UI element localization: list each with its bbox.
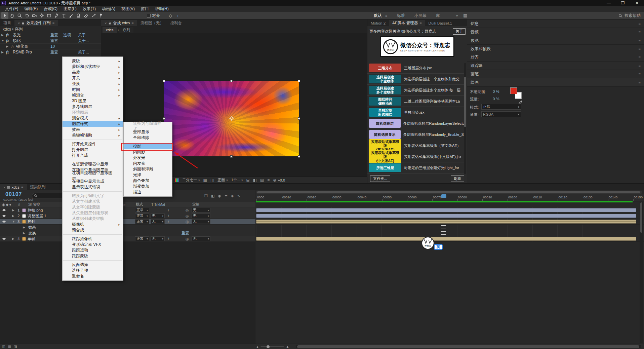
layer-menu-item-图层样式[interactable]: 图层样式▸ [63, 121, 123, 127]
panel-header-信息[interactable]: 信息≡ [467, 20, 644, 28]
eye-cell[interactable] [0, 237, 7, 241]
effect-link-重置[interactable]: 重置 [50, 38, 58, 43]
time-ruler[interactable]: 0000000100002000030000400005000060000700… [256, 194, 644, 201]
opacity-value[interactable]: 0 % [493, 89, 499, 93]
transparency-grid-icon[interactable]: ◫ [210, 178, 214, 183]
panel-menu-icon[interactable]: ≡ [419, 21, 421, 25]
tab-Motion 2[interactable]: Motion 2 [367, 20, 389, 26]
layer-duration-bar[interactable] [256, 214, 636, 218]
eye-icon[interactable] [2, 237, 6, 240]
mask-feather-icon[interactable]: ◇ [167, 12, 174, 19]
parent-select[interactable]: 无▾ [192, 214, 210, 218]
tab-timeline-xdcs[interactable]: × xdcs ≡ [0, 184, 27, 190]
layer-styles-item-内阴影[interactable]: 内阴影 [124, 149, 172, 155]
panel-menu-icon[interactable]: ≡ [131, 21, 133, 25]
panel-menu-icon[interactable]: ≡ [639, 38, 641, 42]
pan-behind-anchor-tool[interactable] [38, 12, 45, 19]
rotate-tool[interactable] [24, 12, 31, 19]
script-button-所选三维层[interactable]: 所选三维层 [369, 163, 401, 172]
workspace-默认[interactable]: 默认 [374, 13, 382, 18]
layer-menu-item-重命名[interactable]: 重命名 [63, 273, 123, 279]
effect-link-关于...[interactable]: 关于... [78, 50, 89, 55]
layer-row-调整图层 1[interactable]: ▶2调整图层 1\ fx正常▾无▾/◎无▾ [0, 213, 255, 219]
layer-menu-item-打开效果控件[interactable]: 打开效果控件 [63, 141, 123, 147]
panel-header-paint[interactable]: 绘画≡ [467, 78, 644, 86]
lock-icon[interactable] [22, 22, 25, 25]
blend-mode-select[interactable]: 正常▾ [135, 219, 149, 224]
menubar-item-合成(C)[interactable]: 合成(C) [41, 6, 61, 12]
parent-pickwhip-icon[interactable]: ◎ [186, 214, 192, 218]
layer-property-group-效果[interactable]: ▶效果 [0, 225, 255, 230]
timeline-horizontal-scrollbar[interactable] [296, 345, 641, 348]
eye-cell[interactable] [0, 208, 7, 212]
script-button-单独渲染[interactable]: 单独渲染 所选图层 [369, 108, 401, 117]
twirl-closed-icon[interactable]: ▶ [12, 237, 17, 240]
frame-blend-icon[interactable]: ≣ [225, 194, 228, 198]
flow-value[interactable]: 0 % [493, 97, 499, 101]
selection-handle[interactable] [163, 117, 165, 120]
tab-composition[interactable]: × 合成 xdcs ≡ [101, 20, 137, 26]
eye-cell[interactable] [0, 214, 7, 218]
trkmat-select[interactable]: 无▾ [151, 214, 165, 218]
toggle-switches-icon[interactable]: ◨ [14, 345, 17, 348]
parent-select[interactable]: 无▾ [192, 236, 210, 241]
zoom-tool[interactable] [16, 12, 23, 19]
blend-mode-select[interactable]: 正常▾ [135, 236, 149, 241]
paint-mode-select[interactable]: 正常▾ [481, 104, 521, 110]
layer-lane-调整图层 1[interactable] [256, 213, 644, 219]
eraser-tool[interactable] [83, 12, 90, 19]
layer-menu-item-参考线图层[interactable]: 参考线图层 [63, 104, 123, 110]
clone-stamp-tool[interactable] [75, 12, 82, 19]
eye-cell[interactable] [0, 220, 7, 224]
tab-flowchart[interactable]: 流程图（无） [137, 20, 167, 26]
menubar-item-动画(A)[interactable]: 动画(A) [99, 6, 118, 12]
twirl-open-icon[interactable]: ▼ [1, 39, 6, 42]
panel-menu-icon[interactable]: ≡ [639, 30, 641, 34]
workspace-小屏幕[interactable]: 小屏幕 [414, 13, 426, 18]
trkmat-select[interactable]: 无▾ [151, 236, 165, 241]
layer-styles-item-外发光[interactable]: 外发光 [124, 155, 172, 161]
twirl-closed-icon[interactable]: ▶ [23, 231, 28, 235]
breadcrumb-comp-xdcs[interactable]: xdcs [103, 27, 117, 33]
script-button-选择层创建[interactable]: 选择层创建 多个空物体 [369, 86, 401, 94]
blend-mode-select[interactable]: 正常▾ [135, 208, 149, 212]
tab-effect-controls[interactable]: × 效果控件 序列 ≡ [14, 20, 58, 26]
eye-icon[interactable] [2, 220, 6, 223]
mini-flowchart-icon[interactable]: ❐ [204, 194, 208, 198]
effect-row-锐化[interactable]: ▼fx锐化重置关于... [0, 38, 101, 44]
layer-duration-bar[interactable] [256, 237, 636, 241]
layer-switches-2[interactable]: / [166, 208, 186, 212]
layer-label-chip[interactable] [22, 237, 28, 241]
zoom-in-mountain-icon[interactable]: ▲ [286, 345, 289, 349]
effect-link-关于...[interactable]: 关于... [78, 38, 89, 43]
panel-menu-icon[interactable]: ≡ [639, 47, 641, 51]
menubar-item-效果(T)[interactable]: 效果(T) [80, 6, 99, 12]
tab-render-queue[interactable]: 渲染队列 [27, 184, 49, 190]
menubar-item-文件(F)[interactable]: 文件(F) [2, 6, 21, 12]
layer-switches-2[interactable]: / [166, 214, 186, 218]
twirl-closed-icon[interactable]: ▶ [12, 208, 17, 212]
snap-checkbox[interactable]: 对齐 [147, 13, 160, 18]
current-time-display[interactable]: 00107 [5, 191, 22, 197]
selection-handle[interactable] [298, 117, 300, 120]
script-button-随机选择层[interactable]: 随机选择层 [369, 119, 401, 128]
pen-tool[interactable] [53, 12, 60, 19]
selection-handle[interactable] [230, 80, 233, 82]
menubar-item-图层(L)[interactable]: 图层(L) [61, 6, 80, 12]
view-layout-select[interactable]: 1个...▾ [231, 178, 243, 183]
panel-menu-icon[interactable]: ≡ [21, 185, 23, 189]
layer-lane-序列[interactable] [256, 219, 644, 225]
layer-menu-item-跟踪运动[interactable]: 跟踪运动 [63, 247, 123, 253]
effect-link-关于...[interactable]: 关于... [78, 33, 89, 38]
layer-menu-item-打开图层[interactable]: 打开图层 [63, 147, 123, 153]
panel-menu-icon[interactable]: ≡ [639, 64, 641, 68]
layer-menu-item-在项目中显示合成[interactable]: 在项目中显示合成 [63, 179, 123, 184]
layer-row-序列[interactable]: ▼3序列\ fx正常▾无▾/◎无▾ [0, 219, 255, 225]
layer-duration-bar[interactable] [256, 208, 636, 212]
effect-link-选项...[interactable]: 选项... [63, 33, 74, 38]
layer-menu-item-时间[interactable]: 时间▸ [63, 87, 123, 92]
script-button-图层阵列[interactable]: 图层阵列 偏移动画 [369, 97, 401, 106]
script-button-三维分布[interactable]: 三维分布 [369, 64, 401, 72]
layer-label-chip[interactable] [22, 220, 28, 224]
zoom-out-mountain-icon[interactable]: ▲ [256, 345, 259, 348]
